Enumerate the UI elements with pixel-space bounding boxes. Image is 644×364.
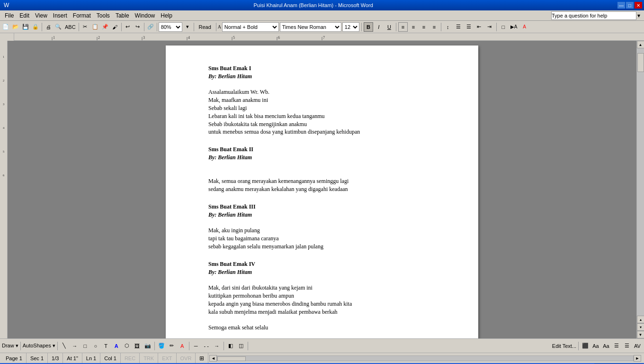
maximize-button[interactable]: □ [626,2,634,9]
arrow-tool[interactable]: → [70,341,80,351]
menu-window[interactable]: Window [132,11,158,20]
bold-button[interactable]: B [364,22,373,32]
bullets-button[interactable]: ☰ [454,22,463,32]
autoshapes-label[interactable]: AutoShapes ▾ [23,343,55,349]
scroll-up-button[interactable]: ▲ [637,41,644,48]
clipart-tool[interactable]: 🖼 [133,341,142,351]
undo-button[interactable]: ↩ [123,22,133,32]
font-color-draw-btn[interactable]: A [178,341,187,351]
oval-tool[interactable]: ○ [91,341,100,351]
status-trk: TRK [140,353,158,363]
italic-button[interactable]: I [374,22,384,32]
save-button[interactable]: 💾 [21,22,30,32]
help-dropdown-icon[interactable]: ▾ [637,12,640,19]
close-button[interactable]: ✕ [635,2,642,9]
draw-toolbar: Draw ▾ AutoShapes ▾ ╲ → □ ○ T A ⬡ 🖼 📷 🪣 … [0,338,644,353]
spelling-button[interactable]: ABC [63,22,77,32]
picture-tool[interactable]: 📷 [143,341,152,351]
menu-help[interactable]: Help [158,11,175,20]
shadow-btn[interactable]: ◧ [226,341,235,351]
justify-button[interactable]: ≡ [429,22,439,32]
arrow-style-btn[interactable]: → [212,341,222,351]
line-tool[interactable]: ╲ [60,341,69,351]
draw-more-3[interactable]: Aa [601,341,611,351]
permission-button[interactable]: 🔒 [31,22,40,32]
copy-button[interactable]: 📋 [90,22,100,32]
poem-author-2: By: Berlian Hitam [208,154,440,162]
read-button[interactable]: Read [196,22,215,32]
main-area: 1 2 3 4 5 6 Sms Buat Emak I By: Berlian … [0,41,644,338]
menu-file[interactable]: File [2,11,17,20]
new-button[interactable]: 📄 [1,22,10,32]
poem-title-3: Sms Buat Emak III [208,203,440,211]
scroll-arrow-2[interactable]: ▾ [637,323,644,331]
status-col: Col 1 [100,353,121,363]
rect-tool[interactable]: □ [80,341,90,351]
hscroll-left[interactable]: ◄ [209,355,217,362]
poem-line [208,170,440,178]
numbering-button[interactable]: ☰ [464,22,474,32]
style-select[interactable]: Normal + Bold Normal Heading 1 [222,22,279,32]
svg-text:4: 4 [188,36,190,40]
hyperlink-button[interactable]: 🔗 [146,22,155,32]
scroll-track[interactable] [637,48,644,316]
menu-view[interactable]: View [32,11,50,20]
menu-table[interactable]: Table [113,11,132,20]
highlight-button[interactable]: ▶A [509,22,519,32]
size-select[interactable]: 12 10 14 [342,22,359,32]
scroll-thumb[interactable] [637,53,644,72]
status-ovr: OVR [177,353,196,363]
3d-btn[interactable]: ◫ [236,341,246,351]
cut-button[interactable]: ✂ [80,22,90,32]
svg-text:6: 6 [278,36,280,40]
menu-insert[interactable]: Insert [50,11,70,20]
outside-border-button[interactable]: □ [499,22,508,32]
hscroll-track[interactable] [217,355,634,361]
fill-color-btn[interactable]: 🪣 [157,341,166,351]
line-style-btn[interactable]: ─ [191,341,201,351]
print-preview-button[interactable]: 🔍 [54,22,63,32]
minimize-button[interactable]: — [617,2,625,9]
line-color-btn[interactable]: ✏ [167,341,177,351]
svg-text:7: 7 [323,36,325,40]
poem-author-1: By: Berlian Hitam [208,73,440,81]
help-search-input[interactable] [551,11,636,20]
increase-indent-button[interactable]: ⇥ [485,22,494,32]
poem-title-2: Sms Buat Emak II [208,146,440,154]
dash-style-btn[interactable]: - - [202,341,211,351]
underline-button[interactable]: U [385,22,394,32]
wordart-tool[interactable]: A [112,341,121,351]
align-right-button[interactable]: ≡ [419,22,429,32]
align-center-button[interactable]: ≡ [409,22,418,32]
line-spacing-button[interactable]: ↕ [443,22,453,32]
draw-more-2[interactable]: Aa [591,341,600,351]
draw-more-4[interactable]: ☰ [612,341,621,351]
menu-edit[interactable]: Edit [17,11,32,20]
poem-body-2: Mak, semua orang merayakan kemenangannya… [208,170,440,193]
zoom-dropdown[interactable]: ▾ [183,22,192,32]
hscroll-thumb[interactable] [217,356,246,361]
menu-tools[interactable]: Tools [94,11,113,20]
zoom-select[interactable]: 80% 100% [159,22,182,32]
open-button[interactable]: 📂 [11,22,20,32]
poem-line: tapi tak tau bagaimana caranya [208,235,440,243]
menu-format[interactable]: Format [70,11,94,20]
document-area[interactable]: Sms Buat Emak I By: Berlian Hitam Assala… [8,41,636,338]
font-color-button[interactable]: A [520,22,529,32]
scroll-arrow-1[interactable]: ▴ [637,316,644,323]
draw-more-1[interactable]: ⬛ [581,341,590,351]
font-select[interactable]: Times New Roman Arial [280,22,341,32]
paste-button[interactable]: 📌 [100,22,110,32]
textbox-tool[interactable]: T [101,341,111,351]
format-painter-button[interactable]: 🖌 [110,22,120,32]
menu-bar: File Edit View Insert Format Tools Table… [0,10,644,21]
align-left-button[interactable]: ≡ [398,22,408,32]
edit-text-label[interactable]: Edit Text... [552,343,576,349]
print-button[interactable]: 🖨 [44,22,53,32]
draw-more-5[interactable]: ☰ [622,341,632,351]
diagram-tool[interactable]: ⬡ [122,341,132,351]
decrease-indent-button[interactable]: ⇤ [474,22,484,32]
scroll-down-button[interactable]: ▼ [637,331,644,338]
redo-button[interactable]: ↪ [133,22,143,32]
hscroll-right[interactable]: ► [634,355,641,362]
